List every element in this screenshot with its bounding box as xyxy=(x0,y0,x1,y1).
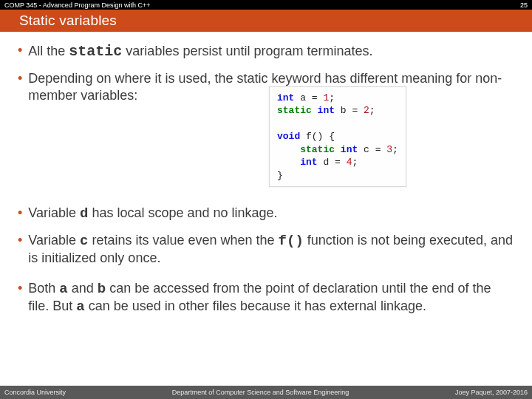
kw-static: static xyxy=(277,105,312,116)
text: b = xyxy=(335,105,364,116)
kw-void: void xyxy=(277,131,300,142)
var-c: c xyxy=(80,233,88,249)
page-number: 25 xyxy=(520,1,528,9)
text: All the xyxy=(28,44,69,58)
kw-int: int xyxy=(300,157,317,168)
text: f() { xyxy=(300,131,335,142)
text: a = xyxy=(294,92,323,103)
text: ; xyxy=(352,157,358,168)
kw-int: int xyxy=(335,144,358,155)
course-label: COMP 345 - Advanced Program Design with … xyxy=(4,1,150,9)
code-line: static int c = 3; xyxy=(277,143,398,157)
text: c = xyxy=(358,144,386,155)
bullet-icon: • xyxy=(18,205,22,222)
bullet-5: • Both a and b can be accessed from the … xyxy=(18,280,514,316)
code-line: void f() { xyxy=(277,130,398,143)
kw-int: int xyxy=(312,105,335,116)
text: ; xyxy=(392,144,398,155)
bullet-5-text: Both a and b can be accessed from the po… xyxy=(28,280,514,316)
slide-title: Static variables xyxy=(19,13,117,29)
bullet-icon: • xyxy=(18,233,22,267)
text: and xyxy=(68,281,98,296)
pad xyxy=(277,157,300,168)
bullet-4-text: Variable c retains its value even when t… xyxy=(28,232,514,267)
kw-int: int xyxy=(277,92,294,103)
fn-f: f() xyxy=(279,233,304,249)
bullet-2: • Depending on where it is used, the sta… xyxy=(18,70,514,104)
text: Variable xyxy=(28,205,80,220)
code-line: int a = 1; xyxy=(277,92,398,105)
bullet-1: • All the static variables persist until… xyxy=(18,42,514,61)
var-a: a xyxy=(76,299,84,315)
footer-left: Concordia University xyxy=(4,389,66,396)
kw-static: static xyxy=(300,144,335,155)
text: ; xyxy=(369,105,375,116)
bullet-3: • Variable d has local scope and no link… xyxy=(18,205,514,222)
footer-right: Joey Paquet, 2007-2016 xyxy=(455,389,528,396)
text: retains its value even when the xyxy=(88,233,278,248)
text: has local scope and no linkage. xyxy=(88,205,277,220)
bullet-1-text: All the static variables persist until p… xyxy=(28,42,514,61)
code-line: static int b = 2; xyxy=(277,104,398,117)
topbar: COMP 345 - Advanced Program Design with … xyxy=(0,0,532,10)
slide-content: • All the static variables persist until… xyxy=(0,32,532,386)
var-d: d xyxy=(80,205,88,222)
code-line: int d = 4; xyxy=(277,156,398,169)
text: can be used in other files because it ha… xyxy=(85,299,426,313)
var-a: a xyxy=(59,281,67,297)
text: ; xyxy=(329,92,335,103)
code-line: } xyxy=(277,169,398,183)
code-snippet: int a = 1; static int b = 2; void f() { … xyxy=(269,86,406,188)
bullet-icon: • xyxy=(18,281,22,316)
footer-center: Department of Computer Science and Softw… xyxy=(172,389,349,396)
slide-title-bar: Static variables xyxy=(0,10,532,32)
bullet-icon: • xyxy=(18,43,22,61)
code-line xyxy=(277,117,398,131)
bullet-icon: • xyxy=(18,71,22,104)
text: Both xyxy=(28,281,59,296)
var-b: b xyxy=(98,281,106,297)
text: d = xyxy=(318,157,347,168)
num: 2 xyxy=(364,105,369,116)
slide: COMP 345 - Advanced Program Design with … xyxy=(0,0,532,399)
bullet-3-text: Variable d has local scope and no linkag… xyxy=(28,205,514,222)
bullet-4: • Variable c retains its value even when… xyxy=(18,232,514,267)
footer: Concordia University Department of Compu… xyxy=(0,386,532,399)
text: variables persist until program terminat… xyxy=(122,44,372,58)
pad xyxy=(277,144,300,155)
keyword-static: static xyxy=(69,43,122,60)
text: Variable xyxy=(28,233,80,248)
num: 3 xyxy=(386,144,392,155)
